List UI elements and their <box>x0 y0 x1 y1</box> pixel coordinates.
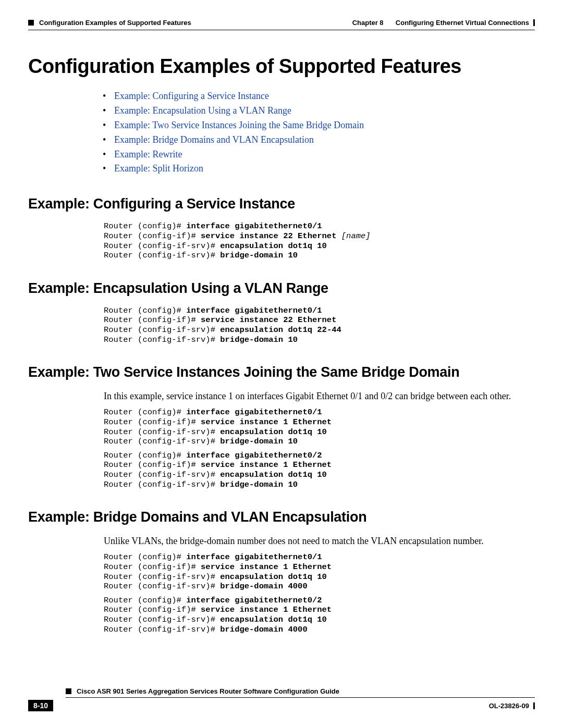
heading-service-instance: Example: Configuring a Service Instance <box>28 196 535 212</box>
toc-link-rewrite[interactable]: Example: Rewrite <box>114 149 182 159</box>
toc-item: Example: Split Horizon <box>114 162 535 176</box>
heading-vlan-range: Example: Encapsulation Using a VLAN Rang… <box>28 280 535 297</box>
footer-rule <box>66 697 535 698</box>
code-block: Router (config)# interface gigabitethern… <box>104 221 535 260</box>
page-header: Configuration Examples of Supported Feat… <box>28 19 535 27</box>
doc-number: OL-23826-09 <box>489 702 535 710</box>
toc-link-vlan-range[interactable]: Example: Encapsulation Using a VLAN Rang… <box>114 105 291 116</box>
code-block: Router (config)# interface gigabitethern… <box>104 408 535 446</box>
toc-item: Example: Configuring a Service Instance <box>114 89 535 104</box>
toc-link-two-instances[interactable]: Example: Two Service Instances Joining t… <box>114 120 364 130</box>
square-bullet-icon <box>28 20 34 26</box>
footer-book-title: Cisco ASR 901 Series Aggregation Service… <box>77 687 339 695</box>
heading-bridge-domains: Example: Bridge Domains and VLAN Encapsu… <box>28 509 535 525</box>
code-block: Router (config)# interface gigabitethern… <box>104 451 535 489</box>
chapter-title: Configuring Ethernet Virtual Connections <box>396 19 529 27</box>
page-footer: Cisco ASR 901 Series Aggregation Service… <box>28 687 535 711</box>
header-left: Configuration Examples of Supported Feat… <box>28 19 191 27</box>
toc-link-bridge-domains[interactable]: Example: Bridge Domains and VLAN Encapsu… <box>114 134 314 145</box>
header-right: Chapter 8 Configuring Ethernet Virtual C… <box>352 19 535 27</box>
section-intro: In this example, service instance 1 on i… <box>104 390 535 402</box>
header-rule <box>28 30 535 30</box>
toc-list: Example: Configuring a Service Instance … <box>28 89 535 176</box>
toc-item: Example: Two Service Instances Joining t… <box>114 118 535 133</box>
toc-link-split-horizon[interactable]: Example: Split Horizon <box>114 163 203 174</box>
vertical-bar-icon <box>533 702 535 709</box>
page-number: 8-10 <box>28 700 53 711</box>
code-block: Router (config)# interface gigabitethern… <box>104 306 535 344</box>
toc-item: Example: Encapsulation Using a VLAN Rang… <box>114 104 535 118</box>
toc-link-service-instance[interactable]: Example: Configuring a Service Instance <box>114 91 269 101</box>
code-block: Router (config)# interface gigabitethern… <box>104 596 535 634</box>
section-intro: Unlike VLANs, the bridge-domain number d… <box>104 535 535 547</box>
running-section: Configuration Examples of Supported Feat… <box>39 19 191 27</box>
toc-item: Example: Bridge Domains and VLAN Encapsu… <box>114 133 535 147</box>
square-bullet-icon <box>66 688 71 694</box>
chapter-label: Chapter 8 <box>352 19 384 27</box>
page-title: Configuration Examples of Supported Feat… <box>28 55 535 78</box>
toc-item: Example: Rewrite <box>114 147 535 162</box>
vertical-bar-icon <box>533 19 535 26</box>
heading-two-instances: Example: Two Service Instances Joining t… <box>28 364 535 380</box>
code-block: Router (config)# interface gigabitethern… <box>104 552 535 591</box>
doc-number-text: OL-23826-09 <box>489 702 529 710</box>
